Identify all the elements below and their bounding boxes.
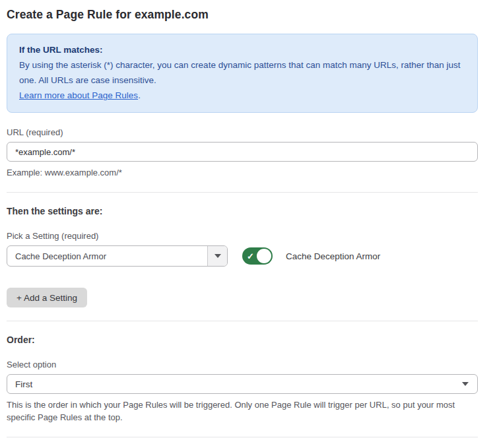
link-period: . [138,90,141,100]
divider [7,192,478,193]
setting-toggle-group: ✓ Cache Deception Armor [242,247,380,265]
order-helper-text: This is the order in which your Page Rul… [7,399,478,424]
order-select[interactable]: First [7,374,478,394]
url-field-helper: Example: www.example.com/* [7,166,478,179]
url-field-label: URL (required) [7,127,478,137]
url-input[interactable] [7,142,478,162]
settings-section-heading: Then the settings are: [7,206,478,216]
check-icon: ✓ [247,252,254,261]
order-select-label: Select option [7,360,478,369]
setting-select-arrow-button[interactable] [207,246,227,266]
chevron-down-icon [214,254,221,258]
setting-row: Cache Deception Armor ✓ Cache Deception … [7,245,478,267]
divider [7,437,478,437]
setting-select[interactable]: Cache Deception Armor [7,245,228,267]
toggle-knob [257,249,271,263]
divider [7,321,478,321]
setting-picker-label: Pick a Setting (required) [7,231,478,241]
add-setting-button[interactable]: + Add a Setting [7,288,87,307]
setting-select-value: Cache Deception Armor [7,246,207,266]
info-box-heading: If the URL matches: [19,42,465,57]
learn-more-link[interactable]: Learn more about Page Rules [19,90,138,100]
cache-deception-armor-toggle[interactable]: ✓ [242,247,273,265]
order-section-heading: Order: [7,335,478,345]
page-title: Create a Page Rule for example.com [7,8,478,22]
chevron-down-icon [462,382,469,386]
url-match-info-box: If the URL matches: By using the asteris… [7,34,478,113]
toggle-label: Cache Deception Armor [286,251,380,261]
page-rule-form: Create a Page Rule for example.com If th… [0,0,495,448]
info-box-body: By using the asterisk (*) character, you… [19,57,465,103]
order-select-value: First [15,379,32,389]
